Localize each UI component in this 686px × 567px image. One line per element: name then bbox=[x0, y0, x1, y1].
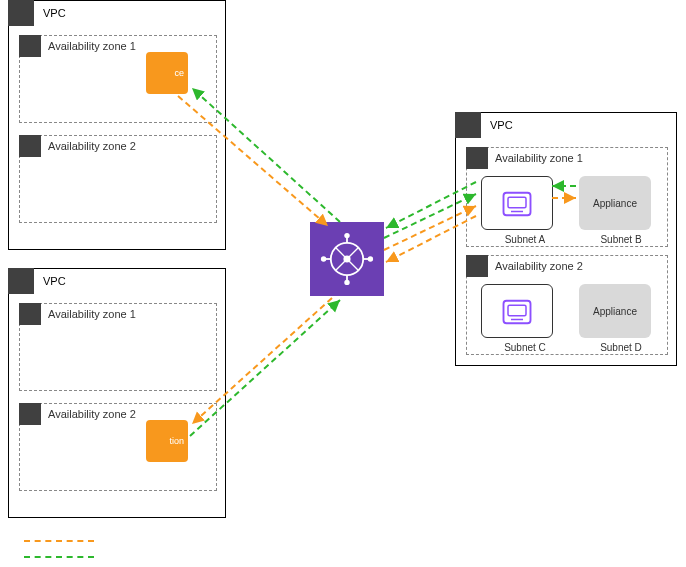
az-label: Availability zone 2 bbox=[48, 140, 136, 152]
az-label: Availability zone 2 bbox=[495, 260, 583, 272]
subnet-c-box bbox=[481, 284, 553, 338]
svg-line-19 bbox=[347, 259, 359, 271]
az-label: Availability zone 1 bbox=[48, 308, 136, 320]
svg-point-9 bbox=[344, 233, 349, 238]
subnet-c-label: Subnet C bbox=[489, 342, 561, 353]
svg-rect-4 bbox=[508, 305, 526, 316]
vpc-left-top: VPC Availability zone 1 Availability zon… bbox=[8, 0, 226, 250]
appliance-d-box: Appliance bbox=[579, 284, 651, 338]
subnet-a-label: Subnet A bbox=[489, 234, 561, 245]
az-tag-icon bbox=[19, 403, 41, 425]
vpc-label: VPC bbox=[490, 119, 513, 131]
svg-rect-1 bbox=[508, 197, 526, 208]
az-tag-icon bbox=[19, 135, 41, 157]
vpc-label: VPC bbox=[43, 275, 66, 287]
appliance-b-box: Appliance bbox=[579, 176, 651, 230]
vpc-tag-icon bbox=[455, 112, 481, 138]
appliance-label: Appliance bbox=[593, 198, 637, 209]
az-label: Availability zone 2 bbox=[48, 408, 136, 420]
az-left-bottom-1: Availability zone 1 bbox=[19, 303, 217, 391]
svg-line-16 bbox=[347, 247, 359, 259]
vpc-label: VPC bbox=[43, 7, 66, 19]
destination-box-label: tion bbox=[169, 436, 184, 446]
legend-orange-line bbox=[24, 540, 94, 542]
transit-gateway-icon bbox=[310, 222, 384, 296]
subnet-d-label: Subnet D bbox=[585, 342, 657, 353]
legend-green-line bbox=[24, 556, 94, 558]
vpc-tag-icon bbox=[8, 0, 34, 26]
az-label: Availability zone 1 bbox=[48, 40, 136, 52]
vpc-left-bottom: VPC Availability zone 1 Availability zon… bbox=[8, 268, 226, 518]
subnet-b-label: Subnet B bbox=[585, 234, 657, 245]
az-left-top-2: Availability zone 2 bbox=[19, 135, 217, 223]
az-label: Availability zone 1 bbox=[495, 152, 583, 164]
vpc-tag-icon bbox=[8, 268, 34, 294]
gateway-icon bbox=[502, 299, 532, 327]
appliance-label: Appliance bbox=[593, 306, 637, 317]
svg-point-11 bbox=[344, 280, 349, 285]
az-tag-icon bbox=[19, 303, 41, 325]
az-tag-icon bbox=[466, 255, 488, 277]
destination-box: tion bbox=[146, 420, 188, 462]
az-right-2: Availability zone 2 Subnet C Appliance S… bbox=[466, 255, 668, 355]
az-right-1: Availability zone 1 Subnet A Appliance S… bbox=[466, 147, 668, 247]
az-tag-icon bbox=[466, 147, 488, 169]
svg-line-18 bbox=[335, 247, 347, 259]
svg-point-13 bbox=[321, 256, 326, 261]
vpc-right: VPC Availability zone 1 Subnet A Applian… bbox=[455, 112, 677, 366]
svg-line-17 bbox=[335, 259, 347, 271]
gateway-icon bbox=[502, 191, 532, 219]
subnet-a-box bbox=[481, 176, 553, 230]
source-box-label: ce bbox=[174, 68, 184, 78]
source-box: ce bbox=[146, 52, 188, 94]
svg-point-15 bbox=[368, 256, 373, 261]
az-tag-icon bbox=[19, 35, 41, 57]
